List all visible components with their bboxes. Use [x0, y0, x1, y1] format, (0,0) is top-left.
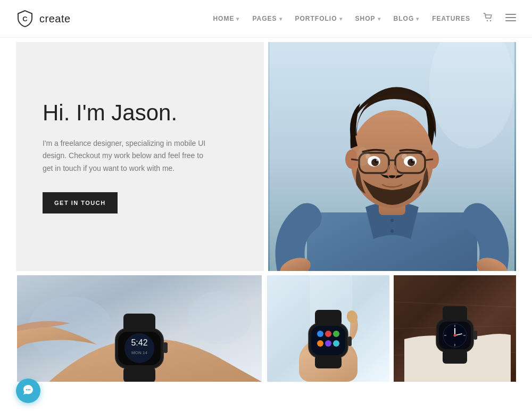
chevron-down-icon: ▾ [279, 16, 282, 22]
nav-home[interactable]: HOME ▾ [213, 15, 239, 22]
gallery-image-3 [394, 275, 516, 382]
svg-point-79 [28, 389, 29, 390]
svg-rect-67 [443, 350, 467, 364]
svg-point-31 [376, 159, 378, 161]
svg-point-57 [317, 340, 323, 347]
hamburger-menu-icon[interactable] [505, 14, 516, 23]
chevron-down-icon: ▾ [339, 16, 343, 22]
chevron-down-icon: ▾ [416, 16, 419, 22]
svg-rect-60 [348, 336, 352, 346]
header: C create HOME ▾ PAGES ▾ PORTFOLIO ▾ SHOP… [0, 0, 532, 38]
svg-rect-3 [505, 14, 516, 15]
portrait-svg [268, 42, 516, 271]
svg-point-56 [333, 331, 339, 337]
svg-point-36 [187, 291, 251, 344]
gallery-image-1: 5:42 MON 14 [16, 275, 263, 382]
svg-point-76 [454, 334, 456, 337]
svg-point-11 [390, 229, 394, 233]
gallery-row: 5:42 MON 14 [16, 275, 516, 382]
svg-point-32 [412, 159, 414, 161]
hero-greeting: Hi. I'm Jason. [43, 100, 237, 126]
svg-rect-39 [123, 367, 155, 382]
logo-text: create [39, 13, 71, 25]
svg-point-10 [390, 219, 394, 222]
svg-point-55 [325, 331, 331, 337]
svg-text:MON 14: MON 14 [131, 350, 147, 355]
nav-portfolio[interactable]: PORTFOLIO ▾ [295, 15, 343, 22]
hero-portrait-image [268, 42, 516, 271]
nav-blog[interactable]: BLOG ▾ [394, 15, 420, 22]
chat-button[interactable] [16, 379, 40, 403]
svg-point-59 [333, 340, 339, 347]
svg-rect-52 [315, 355, 342, 368]
svg-point-2 [490, 20, 491, 21]
hero-intro-panel: Hi. I'm Jason. I'm a freelance designer,… [16, 42, 264, 271]
svg-rect-66 [443, 306, 467, 321]
svg-point-1 [487, 20, 488, 21]
logo[interactable]: C create [16, 10, 71, 28]
cart-icon[interactable] [483, 13, 493, 24]
nav-pages[interactable]: PAGES ▾ [252, 15, 282, 22]
svg-text:C: C [22, 15, 28, 23]
chat-icon [22, 384, 34, 398]
svg-rect-51 [315, 310, 342, 326]
svg-rect-38 [123, 314, 155, 332]
svg-point-58 [325, 340, 331, 347]
main-nav: HOME ▾ PAGES ▾ PORTFOLIO ▾ SHOP ▾ BLOG ▾… [213, 13, 516, 24]
nav-features[interactable]: FEATURES [432, 15, 470, 22]
main-content: Hi. I'm Jason. I'm a freelance designer,… [0, 38, 532, 382]
svg-rect-5 [505, 20, 516, 21]
svg-point-33 [356, 147, 369, 166]
get-in-touch-button[interactable]: GET IN TOUCH [43, 192, 118, 213]
svg-point-54 [317, 331, 323, 337]
chevron-down-icon: ▾ [236, 16, 239, 22]
svg-rect-77 [473, 331, 477, 340]
gallery-image-2 [267, 275, 389, 382]
svg-rect-44 [163, 342, 168, 353]
chevron-down-icon: ▾ [378, 16, 381, 22]
nav-shop[interactable]: SHOP ▾ [355, 15, 381, 22]
svg-line-22 [425, 159, 433, 160]
svg-point-80 [29, 389, 30, 390]
svg-text:5:42: 5:42 [131, 338, 147, 347]
shield-icon: C [16, 10, 34, 28]
hero-description: I'm a freelance designer, specializing i… [43, 137, 213, 175]
svg-point-78 [26, 389, 27, 390]
svg-rect-4 [505, 17, 516, 18]
